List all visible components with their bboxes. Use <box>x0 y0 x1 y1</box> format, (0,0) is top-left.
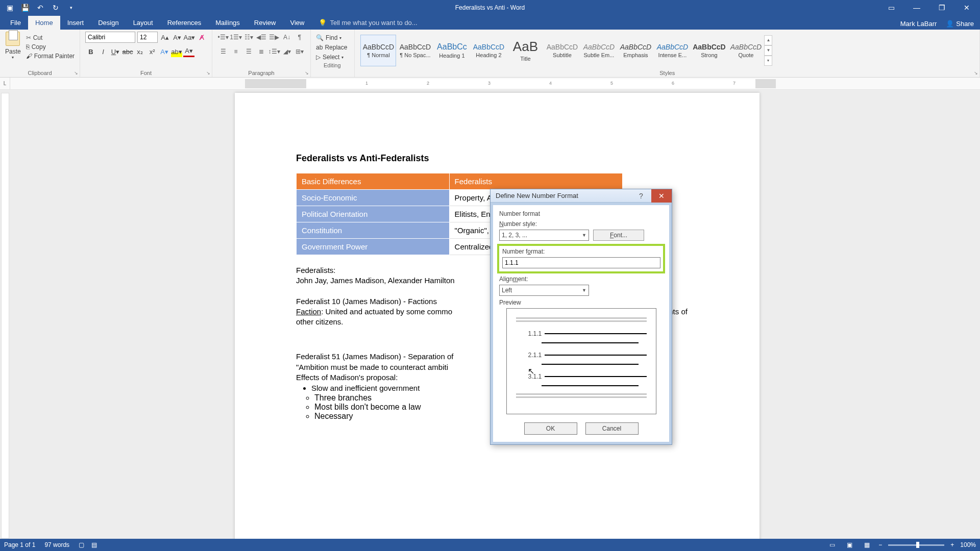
bold-button[interactable]: B <box>85 46 96 57</box>
font-button[interactable]: Font... <box>593 230 644 241</box>
strikethrough-button[interactable]: abc <box>122 46 133 57</box>
share-button[interactable]: 👤 Share <box>946 20 974 28</box>
ok-button[interactable]: OK <box>524 422 577 435</box>
tab-insert[interactable]: Insert <box>60 16 91 30</box>
multilevel-button[interactable]: ☷▾ <box>243 32 254 43</box>
copy-button[interactable]: ⎘Copy <box>26 43 75 51</box>
page-status[interactable]: Page 1 of 1 <box>4 541 35 548</box>
clear-formatting-button[interactable]: A̸ <box>197 32 207 43</box>
tab-references[interactable]: References <box>160 16 208 30</box>
style-emphasis[interactable]: AaBbCcDEmphasis <box>618 35 653 66</box>
paragraph-launcher-icon[interactable]: ↘ <box>305 70 309 76</box>
numbering-button[interactable]: 1☰▾ <box>230 32 241 43</box>
tab-home[interactable]: Home <box>28 16 60 30</box>
cut-button[interactable]: ✂Cut <box>26 34 75 42</box>
sort-button[interactable]: A↓ <box>281 32 292 43</box>
style-normal[interactable]: AaBbCcD¶ Normal <box>360 35 396 66</box>
shrink-font-button[interactable]: A▾ <box>172 32 182 43</box>
show-marks-button[interactable]: ¶ <box>294 32 305 43</box>
ribbon-display-icon[interactable]: ▭ <box>884 4 899 12</box>
style-no-spacing[interactable]: AaBbCcD¶ No Spac... <box>397 35 433 66</box>
tell-me-search[interactable]: 💡 Tell me what you want to do... <box>311 16 424 30</box>
macro-icon[interactable]: ▤ <box>91 541 97 548</box>
select-button[interactable]: ▷Select▾ <box>316 53 347 61</box>
style-quote[interactable]: AaBbCcDQuote <box>728 35 764 66</box>
underline-button[interactable]: U▾ <box>110 46 121 57</box>
alignment-select[interactable]: Left ▼ <box>499 285 589 296</box>
zoom-slider[interactable] <box>888 544 944 546</box>
font-color-button[interactable]: A▾ <box>183 46 194 57</box>
maximize-icon[interactable]: ❐ <box>935 4 949 12</box>
align-left-button[interactable]: ☰ <box>217 46 229 57</box>
style-subtle-emphasis[interactable]: AaBbCcDSubtle Em... <box>581 35 617 66</box>
clipboard-launcher-icon[interactable]: ↘ <box>74 70 78 76</box>
tab-layout[interactable]: Layout <box>126 16 160 30</box>
paste-button[interactable]: Paste ▾ <box>3 32 23 60</box>
vertical-ruler[interactable] <box>1 93 9 539</box>
save-icon[interactable]: 💾 <box>20 3 30 12</box>
superscript-button[interactable]: x² <box>146 46 158 57</box>
web-layout-button[interactable]: ▦ <box>861 540 872 549</box>
tab-file[interactable]: File <box>3 16 28 30</box>
style-label: Subtle Em... <box>583 52 614 58</box>
tab-view[interactable]: View <box>283 16 311 30</box>
change-case-button[interactable]: Aa▾ <box>184 32 194 43</box>
align-justify-button[interactable]: ≣ <box>256 46 267 57</box>
redo-icon[interactable]: ↻ <box>51 3 60 12</box>
cancel-button[interactable]: Cancel <box>585 422 639 435</box>
line-spacing-button[interactable]: ↕☰▾ <box>268 46 280 57</box>
font-launcher-icon[interactable]: ↘ <box>206 70 210 76</box>
find-button[interactable]: 🔍Find▾ <box>316 34 347 42</box>
decrease-indent-button[interactable]: ◀☰ <box>256 32 267 43</box>
horizontal-ruler[interactable]: 1 2 3 4 5 6 7 <box>245 79 776 88</box>
borders-button[interactable]: ⊞▾ <box>294 46 305 57</box>
undo-icon[interactable]: ↶ <box>36 3 45 12</box>
bullets-button[interactable]: •☰▾ <box>217 32 229 43</box>
word-count[interactable]: 97 words <box>44 541 69 548</box>
number-style-select[interactable]: 1, 2, 3, ... ▼ <box>499 230 589 241</box>
tab-review[interactable]: Review <box>247 16 283 30</box>
tab-mailings[interactable]: Mailings <box>208 16 247 30</box>
italic-button[interactable]: I <box>97 46 109 57</box>
styles-group-label: Styles <box>358 69 976 76</box>
shading-button[interactable]: ◢▾ <box>281 46 292 57</box>
subscript-button[interactable]: x₂ <box>134 46 145 57</box>
grow-font-button[interactable]: A▴ <box>160 32 170 43</box>
print-layout-button[interactable]: ▣ <box>844 540 855 549</box>
select-label: Select <box>323 54 339 61</box>
font-size-input[interactable] <box>137 32 158 43</box>
qat-customize-icon[interactable]: ▾ <box>66 3 76 12</box>
spell-check-icon[interactable]: ▢ <box>79 541 84 548</box>
style-title[interactable]: AaBTitle <box>507 35 543 66</box>
align-right-button[interactable]: ☰ <box>243 46 254 57</box>
highlight-button[interactable]: ab▾ <box>171 46 182 57</box>
styles-launcher-icon[interactable]: ↘ <box>974 70 978 76</box>
align-center-button[interactable]: ≡ <box>230 46 241 57</box>
style-heading1[interactable]: AaBbCcHeading 1 <box>434 35 470 66</box>
style-heading2[interactable]: AaBbCcDHeading 2 <box>471 35 506 66</box>
font-family-input[interactable] <box>85 32 135 43</box>
increase-indent-button[interactable]: ☰▶ <box>268 32 280 43</box>
style-intense-emphasis[interactable]: AaBbCcDIntense E... <box>654 35 690 66</box>
style-subtitle[interactable]: AaBbCcDSubtitle <box>544 35 580 66</box>
user-name[interactable]: Mark LaBarr <box>900 20 937 28</box>
zoom-in-button[interactable]: + <box>950 541 954 548</box>
dialog-help-icon[interactable]: ? <box>631 189 651 203</box>
tab-selector[interactable]: L <box>0 78 10 89</box>
styles-scroll[interactable]: ▲▼▾ <box>764 35 772 66</box>
replace-button[interactable]: abReplace <box>316 43 347 52</box>
paste-dropdown-icon[interactable]: ▾ <box>12 55 14 60</box>
zoom-level[interactable]: 100% <box>960 541 976 548</box>
format-painter-button[interactable]: 🖌Format Painter <box>26 52 75 60</box>
zoom-out-button[interactable]: − <box>878 541 882 548</box>
close-icon[interactable]: ✕ <box>960 4 974 12</box>
number-format-input[interactable] <box>502 257 660 268</box>
table-header: Basic Differences <box>297 173 450 190</box>
read-mode-button[interactable]: ▭ <box>826 540 838 549</box>
style-strong[interactable]: AaBbCcDStrong <box>691 35 727 66</box>
text-effects-button[interactable]: A▾ <box>159 46 170 57</box>
tab-design[interactable]: Design <box>91 16 126 30</box>
minimize-icon[interactable]: — <box>909 4 924 12</box>
dialog-close-icon[interactable]: ✕ <box>651 189 672 203</box>
dialog-title-bar[interactable]: Define New Number Format ? ✕ <box>491 189 672 203</box>
